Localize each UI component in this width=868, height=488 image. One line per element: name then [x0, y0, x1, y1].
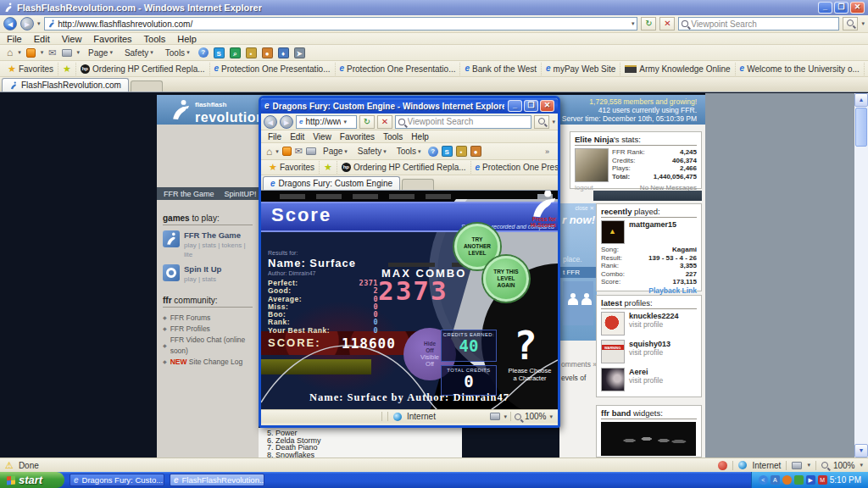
favorite-link[interactable]: eSuggested Sites▾ [865, 63, 868, 75]
command-overflow-chevron[interactable]: » [545, 147, 553, 156]
popup-refresh-button[interactable]: ↻ [359, 115, 375, 129]
menu-edit[interactable]: Edit [34, 34, 50, 44]
popup-titlebar[interactable]: e Dragons Fury: Custom Engine - Windows … [261, 98, 558, 114]
maximize-button[interactable]: ❐ [834, 2, 849, 14]
page-mode-icon[interactable] [490, 413, 500, 420]
playback-link[interactable]: Playback Link [648, 286, 697, 295]
print-dropdown[interactable]: ▾ [77, 49, 81, 56]
search-box[interactable] [678, 17, 839, 30]
popup-close-button[interactable]: ✕ [540, 100, 554, 112]
promo-close[interactable]: close ✕ [559, 203, 597, 214]
safety-menu[interactable]: Safety▾ [354, 147, 390, 156]
new-tab-stub[interactable] [402, 179, 434, 190]
community-link[interactable]: ◆FFR Forums [163, 313, 253, 324]
try-this-level-again-button[interactable]: TRY THISLEVELAGAIN [483, 256, 529, 302]
ffr-logo[interactable]: flashflashrevolution [157, 95, 264, 125]
visit-profile-link[interactable]: visit profile [629, 376, 663, 385]
main-titlebar[interactable]: FlashFlashRevolution.com - Windows Inter… [0, 0, 868, 15]
mail-icon[interactable]: ✉ [295, 147, 303, 156]
community-link[interactable]: ◆FFR Video Chat (online soon) [163, 335, 253, 357]
favorites-button[interactable]: ★Favorites [264, 161, 320, 174]
tray-icon[interactable]: M [818, 475, 827, 485]
tab-flashflashrevolution[interactable]: FlashFlashRevolution.com [2, 78, 129, 92]
visit-profile-link[interactable]: visit profile [629, 320, 663, 329]
print-icon[interactable] [306, 147, 316, 155]
favorite-link[interactable]: hpOrdering HP Certified Repla... [76, 63, 210, 75]
addon-icon[interactable]: ● [262, 47, 273, 58]
addon-icon[interactable]: ▪ [246, 47, 257, 58]
logout-link[interactable]: logout [575, 184, 593, 192]
comments-fragment[interactable]: omments » [561, 360, 597, 369]
tray-icon[interactable] [782, 475, 792, 485]
favorites-button[interactable]: ★Favorites [3, 63, 58, 75]
minimize-button[interactable]: _ [818, 2, 832, 14]
feeds-icon[interactable] [26, 48, 36, 58]
popup-forward-button[interactable]: ► [280, 115, 293, 129]
stop-button[interactable]: ✕ [659, 17, 675, 30]
nav-spinitup[interactable]: SpinItUP! [225, 190, 257, 198]
taskbar-button-dragons-fury[interactable]: e Dragons Fury: Custo... [70, 474, 164, 486]
song-link[interactable]: Kagami [672, 246, 697, 254]
addon-icon[interactable]: ● [470, 146, 481, 157]
favorite-link[interactable]: eProtection One Presentatio... [210, 63, 336, 75]
player-avatar[interactable]: ▲ [601, 220, 625, 244]
favorite-link[interactable]: eProtection One Presentatio... [471, 161, 560, 174]
favorite-link[interactable]: eWelcome to the University o... [736, 63, 865, 75]
help-icon[interactable]: ? [198, 47, 209, 58]
feeds-icon[interactable] [282, 147, 292, 156]
new-tab-stub[interactable] [131, 80, 163, 92]
addon-icon[interactable]: ▪ [456, 146, 467, 157]
favorite-link[interactable]: eBank of the West [460, 63, 542, 75]
addon-icon[interactable]: S [442, 146, 453, 157]
zoom-dropdown[interactable]: ▾ [860, 462, 863, 469]
popup-search-input[interactable] [408, 117, 529, 126]
add-favorite-button[interactable]: ★ [320, 161, 337, 174]
address-field[interactable]: ▾ [44, 17, 638, 30]
tools-menu[interactable]: Tools▾ [393, 147, 425, 156]
profile-avatar[interactable]: WARNING [601, 340, 625, 363]
address-input[interactable] [58, 19, 629, 29]
safety-menu[interactable]: Safety▾ [121, 48, 157, 58]
popup-search-go-button[interactable] [534, 115, 549, 129]
popup-address-input[interactable] [305, 117, 341, 126]
popup-search-box[interactable] [395, 115, 531, 129]
game-item-ffr[interactable]: FFR The Gameplay | stats | tokens | lite [163, 230, 253, 258]
game-item-spinitup[interactable]: Spin It Upplay | stats [163, 264, 253, 283]
nav-ffr-the-game[interactable]: FFR the Game [164, 190, 214, 198]
profile-avatar[interactable] [601, 312, 625, 336]
page-mode-icon[interactable] [792, 462, 802, 469]
community-link[interactable]: ◆FFR Profiles [163, 324, 253, 335]
profile-name[interactable]: knuckles2224 [629, 312, 679, 320]
addon-icon[interactable]: ♦ [278, 47, 289, 58]
back-button[interactable]: ◄ [3, 17, 17, 30]
add-favorite-button[interactable]: ★ [58, 63, 76, 75]
profile-name[interactable]: Aerei [629, 368, 648, 376]
home-icon[interactable]: ⌂ [266, 147, 272, 157]
close-button[interactable]: ✕ [850, 2, 865, 14]
page-mode-dropdown[interactable]: ▾ [504, 413, 507, 420]
search-go-button[interactable] [843, 17, 858, 30]
game-links[interactable]: play | stats [184, 275, 216, 283]
feeds-dropdown[interactable]: ▾ [41, 49, 44, 56]
page-scrollbar[interactable]: ▲ ▼ [854, 93, 868, 458]
menu-file[interactable]: File [7, 34, 22, 44]
menu-edit[interactable]: Edit [290, 132, 304, 141]
search-options-dropdown[interactable]: ▾ [861, 20, 865, 27]
home-dropdown[interactable]: ▾ [18, 49, 21, 56]
scroll-thumb[interactable] [855, 108, 867, 147]
tools-menu[interactable]: Tools▾ [162, 48, 193, 58]
favorite-link[interactable]: hpOrdering HP Certified Repla... [337, 161, 471, 174]
menu-help[interactable]: Help [411, 132, 429, 141]
home-icon[interactable]: ⌂ [7, 47, 13, 58]
tray-icon[interactable]: ▶ [806, 475, 815, 485]
scroll-up-arrow[interactable]: ▲ [854, 93, 868, 107]
tab-dragons-fury[interactable]: e Dragons Fury: Custom Engine [263, 176, 400, 190]
favorite-link[interactable]: Army Knowledge Online [620, 63, 735, 75]
page-menu[interactable]: Page▾ [320, 147, 351, 156]
profile-name[interactable]: squishy013 [629, 340, 670, 348]
menu-help[interactable]: Help [177, 34, 197, 44]
zoom-dropdown[interactable]: ▾ [549, 413, 553, 420]
menu-favorites[interactable]: Favorites [340, 132, 375, 141]
menu-tools[interactable]: Tools [144, 34, 166, 44]
menu-tools[interactable]: Tools [383, 132, 403, 141]
